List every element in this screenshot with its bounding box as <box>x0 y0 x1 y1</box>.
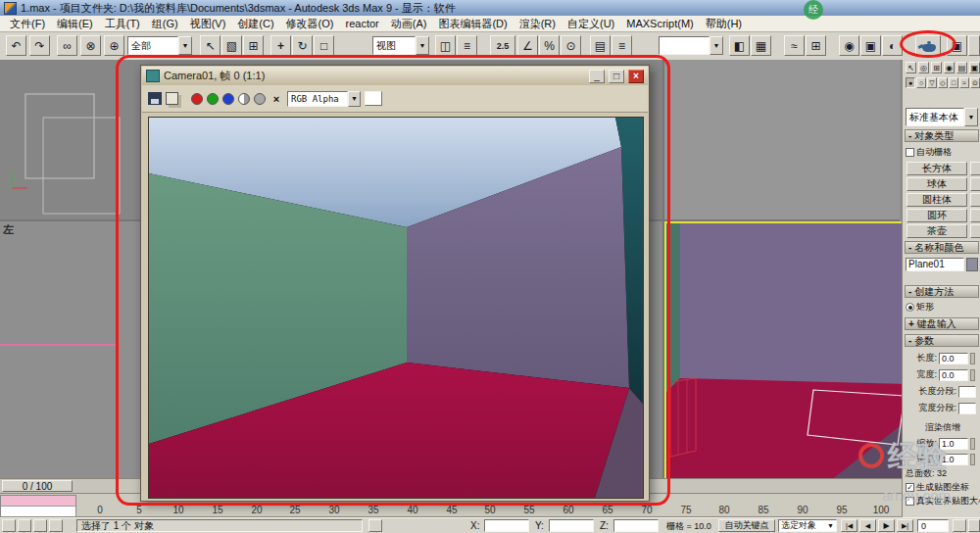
menu-group[interactable]: 组(G) <box>146 16 184 32</box>
rollout-parameters[interactable]: - 参数 <box>905 334 979 347</box>
button-tube-clipped[interactable] <box>970 193 980 207</box>
button-pyramid-clipped[interactable] <box>970 209 980 222</box>
absolute-mode-icon[interactable] <box>368 519 382 532</box>
button-geosphere-clipped[interactable] <box>970 177 980 191</box>
rollout-creation-method[interactable]: - 创建方法 <box>905 285 979 298</box>
auto-key-button[interactable]: 自动关键点 <box>718 519 775 532</box>
menu-customize[interactable]: 自定义(U) <box>562 16 620 32</box>
render-production-teapot-icon[interactable] <box>915 35 941 56</box>
select-scale-icon[interactable]: □ <box>314 35 334 56</box>
menu-tools[interactable]: 工具(T) <box>99 16 146 32</box>
param-width-segs-field[interactable] <box>958 403 976 414</box>
select-move-icon[interactable]: + <box>270 35 291 56</box>
percent-snap-icon[interactable]: % <box>539 35 560 56</box>
status-icon[interactable] <box>18 519 31 532</box>
current-frame-field[interactable]: 0 <box>917 519 949 532</box>
button-torus[interactable]: 圆环 <box>906 209 967 222</box>
render-quick-icon[interactable]: ▣ <box>947 35 967 56</box>
clone-window-icon[interactable] <box>166 92 178 105</box>
tab-modify-icon[interactable]: ◎ <box>918 62 929 73</box>
viewport-label-left[interactable]: 左 <box>3 222 14 237</box>
chevron-down-icon[interactable]: ▼ <box>178 36 192 55</box>
rollout-object-type[interactable]: - 对象类型 <box>905 129 979 142</box>
select-rotate-icon[interactable]: ↻ <box>292 35 313 56</box>
tab-motion-icon[interactable]: ◉ <box>944 62 955 73</box>
menu-maxscript[interactable]: MAXScript(M) <box>620 17 699 30</box>
real-world-map-checkbox[interactable] <box>906 497 914 506</box>
time-config-icon[interactable] <box>953 519 966 532</box>
chevron-down-icon[interactable]: ▼ <box>964 108 978 126</box>
chevron-down-icon[interactable]: ▼ <box>416 36 429 55</box>
selection-set-dropdown[interactable]: ▼ <box>659 36 723 55</box>
prev-frame-icon[interactable]: ◀ <box>859 519 876 532</box>
spinner-icon[interactable] <box>970 454 975 465</box>
minimize-icon[interactable]: _ <box>589 70 605 83</box>
mono-channel-icon[interactable] <box>238 93 250 105</box>
key-filter-dropdown[interactable]: 选定对象▼ <box>778 519 837 532</box>
button-cylinder[interactable]: 圆柱体 <box>906 193 967 207</box>
param-length-field[interactable]: 0.0 <box>939 353 968 364</box>
align-icon[interactable]: ≡ <box>457 35 477 56</box>
background-color-swatch[interactable] <box>365 91 382 106</box>
status-icon[interactable] <box>33 519 47 532</box>
menu-reactor[interactable]: reactor <box>340 17 385 30</box>
category-cameras-icon[interactable]: ◇ <box>938 77 948 88</box>
curve-editor-icon[interactable]: ≈ <box>784 35 805 56</box>
render-last-icon[interactable]: ◐ <box>882 35 903 56</box>
button-sphere[interactable]: 球体 <box>906 177 967 191</box>
object-name-field[interactable]: Plane01 <box>906 258 964 271</box>
select-link-icon[interactable]: ∞ <box>57 35 77 56</box>
green-channel-icon[interactable] <box>207 93 219 105</box>
autogrid-checkbox[interactable] <box>906 148 914 157</box>
mirror-icon[interactable]: ◫ <box>435 35 456 56</box>
spinner-icon[interactable] <box>970 353 975 364</box>
menu-animation[interactable]: 动画(A) <box>385 16 433 32</box>
listener-macro-row[interactable] <box>1 496 75 507</box>
method-rectangle-radio[interactable] <box>906 303 914 312</box>
menu-views[interactable]: 视图(V) <box>184 16 232 32</box>
object-color-swatch[interactable] <box>966 258 978 271</box>
button-cone-clipped[interactable] <box>970 162 980 175</box>
tab-hierarchy-icon[interactable]: ⊞ <box>931 62 942 73</box>
category-systems-icon[interactable]: ⊙ <box>970 77 980 88</box>
window-crossing-icon[interactable]: ⊞ <box>243 35 264 56</box>
snap-toggle-icon[interactable]: 2.5 <box>490 35 515 56</box>
spinner-icon[interactable] <box>970 369 975 381</box>
play-button-icon[interactable]: ▶ <box>878 519 895 532</box>
select-object-icon[interactable]: ↖ <box>200 35 220 56</box>
category-helpers-icon[interactable]: □ <box>949 77 958 88</box>
maxscript-mini-listener[interactable] <box>0 495 76 516</box>
y-coordinate-field[interactable] <box>549 519 594 532</box>
array-icon[interactable]: ◧ <box>729 35 750 56</box>
undo-icon[interactable]: ↶ <box>6 35 26 56</box>
named-sets-icon[interactable]: ▤ <box>590 35 611 56</box>
alpha-channel-icon[interactable] <box>254 93 266 105</box>
rollout-keyboard-entry[interactable]: + 键盘输入 <box>905 317 979 330</box>
edit-sets-icon[interactable]: ≡ <box>612 35 632 56</box>
menu-modifiers[interactable]: 修改器(O) <box>280 16 340 32</box>
generate-mapping-checkbox[interactable]: ✓ <box>906 483 914 492</box>
go-to-end-icon[interactable]: ▶| <box>897 519 913 532</box>
save-image-icon[interactable] <box>148 92 162 105</box>
go-to-start-icon[interactable]: |◀ <box>841 519 858 532</box>
title-bar[interactable]: 1.max - 项目文件夹: D:\我的资料库\Documents\3dsmax… <box>0 0 980 16</box>
chevron-down-icon[interactable]: ▼ <box>348 91 361 107</box>
spinner-icon[interactable] <box>970 438 975 450</box>
close-icon[interactable]: × <box>628 70 644 83</box>
render-setup-icon[interactable]: ▣ <box>860 35 881 56</box>
category-lights-icon[interactable]: ▽ <box>927 77 937 88</box>
red-channel-icon[interactable] <box>191 93 203 105</box>
menu-rendering[interactable]: 渲染(R) <box>514 16 562 32</box>
named-selection-dropdown[interactable]: 全部 ▼ <box>127 36 192 55</box>
bind-spacewarp-icon[interactable]: ⊕ <box>104 35 124 56</box>
tab-display-icon[interactable]: ▤ <box>956 62 967 73</box>
button-teapot[interactable]: 茶壶 <box>906 224 967 238</box>
nav-clipped-icon[interactable] <box>968 519 980 532</box>
menu-help[interactable]: 帮助(H) <box>700 16 748 32</box>
rollout-name-color[interactable]: - 名称和颜色 <box>905 241 979 254</box>
channel-display-dropdown[interactable]: RGB Alpha ▼ <box>287 91 361 107</box>
tab-utilities-icon[interactable]: ▣ <box>969 62 980 73</box>
menu-edit[interactable]: 编辑(E) <box>51 16 99 32</box>
chevron-down-icon[interactable]: ▼ <box>710 36 723 55</box>
button-box[interactable]: 长方体 <box>906 162 967 175</box>
